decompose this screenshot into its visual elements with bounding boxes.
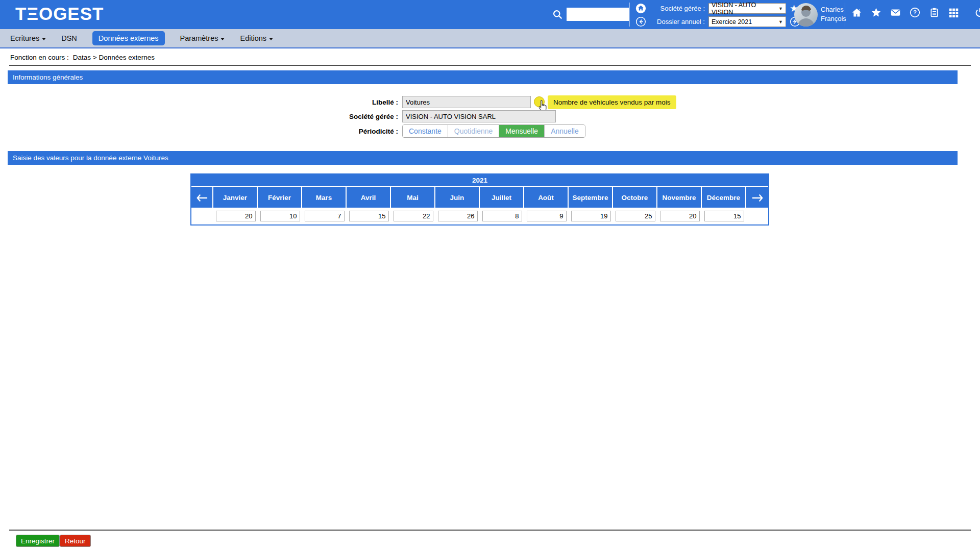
breadcrumb-label: Fonction en cours : [10, 54, 69, 61]
libelle-input[interactable] [402, 96, 531, 108]
libelle-row: Libellé : [0, 96, 531, 108]
company-row: Société gérée : VISION - AUTO VISION ▼ ★ [635, 2, 800, 15]
arrow-right-icon [752, 194, 763, 202]
year-row: 2021 [191, 174, 768, 187]
value-input-janvier[interactable] [216, 211, 256, 221]
chevron-down-icon: ▼ [778, 19, 783, 24]
societe-label: Société gérée : [0, 113, 402, 120]
societe-row: Société gérée : [0, 110, 556, 122]
breadcrumb: Fonction en cours : Datas > Données exte… [9, 49, 971, 66]
periodicite-label: Périodicité : [0, 128, 402, 135]
nav-item-editions[interactable]: Editions [240, 34, 273, 42]
value-input-mars[interactable] [305, 211, 345, 221]
header-divider [845, 3, 845, 27]
prev-year-button[interactable] [191, 187, 213, 208]
power-icon[interactable] [974, 7, 980, 18]
user-avatar[interactable] [794, 3, 818, 27]
search-input[interactable] [567, 8, 629, 21]
svg-text:?: ? [913, 9, 917, 15]
periodicite-option-annuelle[interactable]: Annuelle [545, 125, 585, 137]
months-header-row: Janvier Février Mars Avril Mai Juin Juil… [191, 187, 768, 208]
next-year-button[interactable] [746, 187, 768, 208]
month-header: Juin [435, 187, 480, 208]
help-icon[interactable]: ? [910, 7, 920, 18]
search-area [552, 8, 629, 21]
home-icon[interactable] [851, 7, 862, 18]
main-nav: Ecritures DSN Données externes Paramètre… [0, 29, 980, 48]
user-name[interactable]: Charles François [821, 5, 846, 23]
month-header: Septembre [569, 187, 613, 208]
company-select[interactable]: VISION - AUTO VISION ▼ [708, 3, 786, 14]
month-header: Février [258, 187, 302, 208]
month-header: Avril [347, 187, 391, 208]
values-row [191, 208, 768, 224]
month-header: Mai [391, 187, 435, 208]
periodicite-row: Périodicité : Constante Quotidienne Mens… [0, 124, 585, 138]
field-tooltip: Nombre de véhicules vendus par mois [548, 95, 676, 109]
value-input-aout[interactable] [527, 211, 567, 221]
chevron-down-icon [269, 38, 273, 40]
avatar-silhouette [794, 3, 818, 27]
chevron-down-icon [220, 38, 225, 40]
month-header: Août [524, 187, 569, 208]
app-header: TΞOGEST Société gérée : VISION - AUTO VI… [0, 0, 980, 29]
value-input-septembre[interactable] [571, 211, 611, 221]
mail-icon[interactable] [890, 7, 901, 18]
value-input-avril[interactable] [349, 211, 389, 221]
app-logo: TΞOGEST [15, 4, 104, 24]
month-header: Janvier [213, 187, 258, 208]
month-header: Mars [302, 187, 347, 208]
nav-item-parametres[interactable]: Paramètres [180, 34, 225, 42]
dossier-select[interactable]: Exercice 2021 ▼ [708, 16, 786, 27]
values-table: 2021 Janvier Février Mars Avril Mai Juin… [190, 173, 769, 226]
month-header: Décembre [702, 187, 746, 208]
year-header: 2021 [191, 174, 768, 187]
arrow-left-icon [197, 194, 208, 202]
search-icon [552, 9, 563, 20]
breadcrumb-path: Datas > Données externes [73, 54, 155, 61]
value-input-novembre[interactable] [660, 211, 700, 221]
chevron-down-icon [42, 38, 46, 40]
company-context-block: Société gérée : VISION - AUTO VISION ▼ ★… [635, 2, 800, 29]
home-circle-icon[interactable] [635, 3, 646, 14]
periodicite-option-mensuelle[interactable]: Mensuelle [499, 125, 545, 137]
nav-item-dsn[interactable]: DSN [61, 34, 77, 42]
month-header: Juillet [480, 187, 524, 208]
chevron-down-icon: ▼ [778, 6, 783, 11]
periodicite-option-quotidienne[interactable]: Quotidienne [448, 125, 500, 137]
value-input-fevrier[interactable] [260, 211, 300, 221]
periodicite-option-constante[interactable]: Constante [403, 125, 448, 137]
section-informations-generales: Informations générales [8, 70, 958, 84]
nav-item-ecritures[interactable]: Ecritures [10, 34, 46, 42]
company-label: Société gérée : [650, 5, 705, 12]
back-circle-icon[interactable] [635, 16, 646, 27]
header-divider [629, 3, 630, 27]
value-input-juin[interactable] [438, 211, 478, 221]
footer-divider [9, 530, 971, 531]
star-icon[interactable] [871, 7, 881, 18]
value-input-juillet[interactable] [482, 211, 522, 221]
value-input-mai[interactable] [394, 211, 433, 221]
dossier-label: Dossier annuel : [650, 18, 705, 26]
periodicite-toggle-group: Constante Quotidienne Mensuelle Annuelle [402, 124, 585, 138]
apps-grid-icon[interactable] [948, 7, 959, 18]
societe-input[interactable] [402, 110, 556, 122]
libelle-label: Libellé : [0, 98, 402, 106]
value-input-decembre[interactable] [704, 211, 744, 221]
clipboard-icon[interactable] [929, 7, 940, 18]
month-header: Novembre [657, 187, 702, 208]
value-input-octobre[interactable] [616, 211, 655, 221]
section-saisie-valeurs: Saisie des valeurs pour la donnée extern… [8, 151, 958, 165]
dossier-row: Dossier annuel : Exercice 2021 ▼ [635, 15, 800, 28]
header-icon-strip: ? [851, 7, 980, 18]
save-button[interactable]: Enregistrer [16, 535, 60, 547]
back-button[interactable]: Retour [60, 535, 91, 547]
nav-item-donnees-externes[interactable]: Données externes [92, 31, 165, 45]
month-header: Octobre [613, 187, 657, 208]
